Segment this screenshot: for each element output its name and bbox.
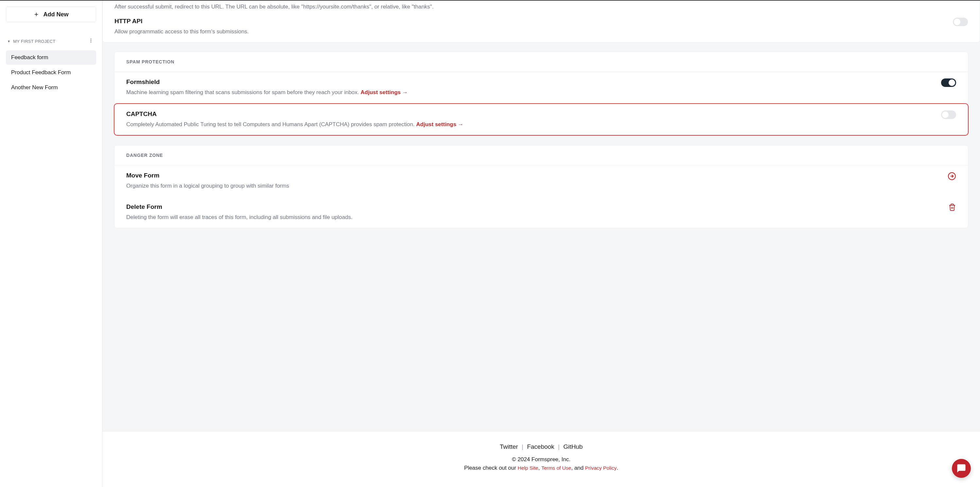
period: . bbox=[617, 465, 618, 471]
dots-vertical-icon bbox=[88, 38, 94, 43]
sidebar-item-label: Feedback form bbox=[11, 54, 48, 60]
footer-facebook-link[interactable]: Facebook bbox=[527, 443, 554, 450]
form-list: Feedback form Product Feedback Form Anot… bbox=[6, 50, 96, 95]
captcha-desc-text: Completely Automated Public Turing test … bbox=[126, 121, 416, 127]
svg-point-3 bbox=[91, 40, 91, 41]
formshield-title: Formshield bbox=[126, 78, 933, 86]
footer-twitter-link[interactable]: Twitter bbox=[500, 443, 518, 450]
captcha-adjust-link[interactable]: Adjust settings → bbox=[416, 121, 463, 127]
caret-down-icon: ▼ bbox=[7, 40, 11, 43]
sidebar-item-label: Product Feedback Form bbox=[11, 69, 71, 76]
terms-link[interactable]: Terms of Use bbox=[541, 465, 571, 471]
sidebar: Add New ▼ MY FIRST PROJECT Feedback form… bbox=[0, 1, 102, 487]
delete-form-button[interactable] bbox=[948, 203, 956, 213]
sidebar-item-feedback-form[interactable]: Feedback form bbox=[6, 50, 96, 65]
footer-legal-prefix: Please check out our bbox=[464, 465, 517, 471]
captcha-highlight: CAPTCHA Completely Automated Public Turi… bbox=[114, 103, 969, 136]
captcha-title: CAPTCHA bbox=[126, 111, 933, 118]
formshield-desc: Machine learning spam filtering that sca… bbox=[126, 88, 933, 97]
captcha-desc: Completely Automated Public Turing test … bbox=[126, 120, 933, 129]
move-form-title: Move Form bbox=[126, 172, 940, 179]
danger-zone-card: DANGER ZONE Move Form Organize this form… bbox=[114, 145, 968, 228]
delete-form-row: Delete Form Deleting the form will erase… bbox=[115, 197, 968, 228]
arrow-right-circle-icon bbox=[948, 172, 956, 181]
sidebar-item-product-feedback[interactable]: Product Feedback Form bbox=[6, 65, 96, 80]
chat-widget-button[interactable] bbox=[952, 459, 971, 478]
privacy-link[interactable]: Privacy Policy bbox=[585, 465, 617, 471]
svg-point-4 bbox=[91, 41, 91, 42]
delete-form-title: Delete Form bbox=[126, 203, 940, 211]
comma: , bbox=[538, 465, 541, 471]
captcha-row: CAPTCHA Completely Automated Public Turi… bbox=[115, 104, 968, 135]
move-form-desc: Organize this form in a logical grouping… bbox=[126, 182, 940, 190]
add-new-label: Add New bbox=[43, 11, 68, 18]
formshield-toggle[interactable] bbox=[941, 78, 956, 87]
footer-copyright: © 2024 Formspree, Inc. bbox=[110, 456, 972, 463]
top-settings-card: After successful submit, redirect to thi… bbox=[102, 1, 980, 43]
http-api-toggle[interactable] bbox=[953, 17, 968, 26]
footer-github-link[interactable]: GitHub bbox=[563, 443, 582, 450]
formshield-row: Formshield Machine learning spam filteri… bbox=[115, 72, 968, 103]
danger-section-header: DANGER ZONE bbox=[115, 146, 968, 165]
divider: | bbox=[522, 443, 523, 450]
toggle-knob bbox=[954, 19, 960, 25]
captcha-toggle[interactable] bbox=[941, 111, 956, 119]
footer-social-links: Twitter | Facebook | GitHub bbox=[110, 443, 972, 451]
toggle-knob bbox=[942, 111, 948, 118]
delete-form-desc: Deleting the form will erase all traces … bbox=[126, 213, 940, 222]
formshield-adjust-link[interactable]: Adjust settings → bbox=[361, 89, 408, 95]
project-name: MY FIRST PROJECT bbox=[13, 39, 55, 44]
spam-protection-card: SPAM PROTECTION Formshield Machine learn… bbox=[114, 52, 968, 136]
formshield-desc-text: Machine learning spam filtering that sca… bbox=[126, 89, 361, 95]
http-api-desc: Allow programmatic access to this form's… bbox=[115, 27, 945, 36]
svg-point-2 bbox=[91, 38, 91, 39]
footer: Twitter | Facebook | GitHub © 2024 Forms… bbox=[102, 431, 980, 487]
redirect-desc: After successful submit, redirect to thi… bbox=[103, 1, 980, 11]
move-form-row: Move Form Organize this form in a logica… bbox=[115, 165, 968, 197]
help-site-link[interactable]: Help Site bbox=[518, 465, 538, 471]
project-header: ▼ MY FIRST PROJECT bbox=[6, 36, 96, 46]
chat-icon bbox=[956, 463, 966, 473]
plus-icon bbox=[33, 11, 39, 17]
http-api-title: HTTP API bbox=[115, 17, 945, 25]
project-toggle[interactable]: ▼ MY FIRST PROJECT bbox=[7, 39, 55, 44]
toggle-knob bbox=[948, 79, 955, 86]
trash-icon bbox=[948, 203, 956, 211]
footer-and: , and bbox=[571, 465, 585, 471]
sidebar-item-another-new-form[interactable]: Another New Form bbox=[6, 80, 96, 95]
divider: | bbox=[558, 443, 560, 450]
http-api-row: HTTP API Allow programmatic access to th… bbox=[103, 11, 980, 43]
spam-section-header: SPAM PROTECTION bbox=[115, 52, 968, 72]
project-menu-button[interactable] bbox=[87, 36, 95, 46]
sidebar-item-label: Another New Form bbox=[11, 84, 58, 90]
footer-legal: Please check out our Help Site, Terms of… bbox=[110, 465, 972, 471]
add-new-button[interactable]: Add New bbox=[6, 6, 96, 22]
move-form-button[interactable] bbox=[948, 172, 956, 182]
main-content: After successful submit, redirect to thi… bbox=[102, 1, 980, 487]
